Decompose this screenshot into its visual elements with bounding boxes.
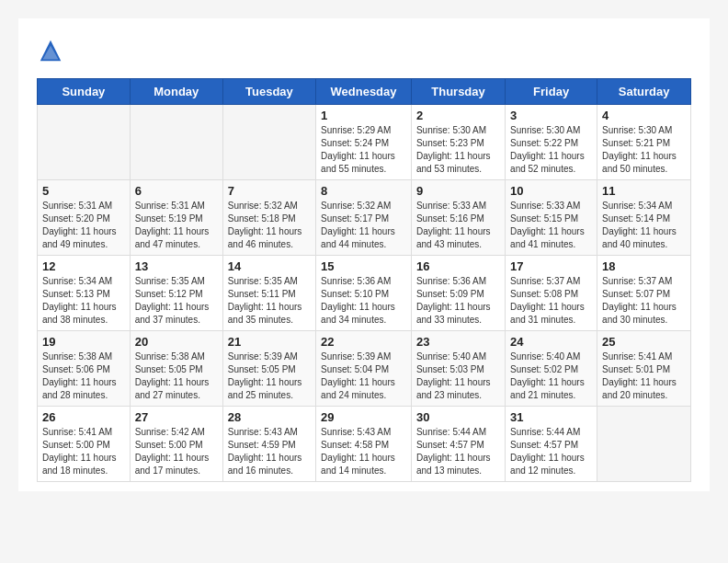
day-number: 20 bbox=[135, 335, 218, 349]
calendar-header: SundayMondayTuesdayWednesdayThursdayFrid… bbox=[38, 79, 691, 105]
day-info: Sunrise: 5:38 AM Sunset: 5:05 PM Dayligh… bbox=[135, 350, 218, 402]
day-number: 16 bbox=[416, 259, 500, 273]
weekday-header: Wednesday bbox=[316, 79, 412, 105]
weekday-header: Friday bbox=[506, 79, 597, 105]
calendar-cell: 22Sunrise: 5:39 AM Sunset: 5:04 PM Dayli… bbox=[316, 331, 412, 407]
calendar-cell: 9Sunrise: 5:33 AM Sunset: 5:16 PM Daylig… bbox=[411, 180, 505, 256]
calendar-week: 1Sunrise: 5:29 AM Sunset: 5:24 PM Daylig… bbox=[38, 105, 691, 180]
day-number: 24 bbox=[510, 335, 592, 349]
day-number: 26 bbox=[42, 410, 125, 424]
day-info: Sunrise: 5:39 AM Sunset: 5:04 PM Dayligh… bbox=[321, 350, 406, 402]
day-number: 6 bbox=[135, 184, 218, 198]
weekday-row: SundayMondayTuesdayWednesdayThursdayFrid… bbox=[38, 79, 691, 105]
day-info: Sunrise: 5:34 AM Sunset: 5:14 PM Dayligh… bbox=[602, 200, 686, 251]
weekday-header: Saturday bbox=[597, 79, 691, 105]
day-number: 31 bbox=[510, 410, 592, 424]
day-number: 15 bbox=[321, 259, 406, 273]
calendar-week: 26Sunrise: 5:41 AM Sunset: 5:00 PM Dayli… bbox=[38, 407, 691, 482]
day-number: 11 bbox=[602, 184, 686, 198]
weekday-header: Monday bbox=[130, 79, 222, 105]
day-number: 5 bbox=[42, 184, 125, 198]
calendar-cell: 18Sunrise: 5:37 AM Sunset: 5:07 PM Dayli… bbox=[597, 256, 691, 331]
day-number: 13 bbox=[135, 259, 218, 273]
day-info: Sunrise: 5:42 AM Sunset: 5:00 PM Dayligh… bbox=[135, 426, 218, 477]
day-number: 28 bbox=[228, 410, 311, 424]
logo-icon bbox=[37, 37, 64, 64]
day-number: 27 bbox=[135, 410, 218, 424]
day-number: 29 bbox=[321, 410, 406, 424]
day-info: Sunrise: 5:37 AM Sunset: 5:07 PM Dayligh… bbox=[602, 275, 686, 327]
calendar-cell: 10Sunrise: 5:33 AM Sunset: 5:15 PM Dayli… bbox=[506, 180, 597, 256]
day-number: 10 bbox=[510, 184, 592, 198]
day-info: Sunrise: 5:30 AM Sunset: 5:22 PM Dayligh… bbox=[510, 124, 592, 176]
day-number: 22 bbox=[321, 335, 406, 349]
calendar-cell bbox=[38, 105, 131, 180]
logo bbox=[37, 37, 68, 64]
day-number: 3 bbox=[510, 109, 592, 122]
calendar-cell: 29Sunrise: 5:43 AM Sunset: 4:58 PM Dayli… bbox=[316, 407, 412, 482]
day-number: 2 bbox=[416, 109, 500, 122]
calendar-week: 12Sunrise: 5:34 AM Sunset: 5:13 PM Dayli… bbox=[38, 256, 691, 331]
day-number: 18 bbox=[602, 259, 686, 273]
calendar-cell: 17Sunrise: 5:37 AM Sunset: 5:08 PM Dayli… bbox=[506, 256, 597, 331]
calendar-cell: 15Sunrise: 5:36 AM Sunset: 5:10 PM Dayli… bbox=[316, 256, 412, 331]
calendar-cell: 25Sunrise: 5:41 AM Sunset: 5:01 PM Dayli… bbox=[597, 331, 691, 407]
day-number: 25 bbox=[602, 335, 686, 349]
day-info: Sunrise: 5:32 AM Sunset: 5:18 PM Dayligh… bbox=[228, 200, 311, 251]
day-number: 19 bbox=[42, 335, 125, 349]
calendar-cell bbox=[130, 105, 222, 180]
day-info: Sunrise: 5:34 AM Sunset: 5:13 PM Dayligh… bbox=[42, 275, 125, 327]
calendar-cell: 2Sunrise: 5:30 AM Sunset: 5:23 PM Daylig… bbox=[411, 105, 505, 180]
calendar-cell bbox=[597, 407, 691, 482]
day-info: Sunrise: 5:44 AM Sunset: 4:57 PM Dayligh… bbox=[416, 426, 500, 477]
day-number: 1 bbox=[321, 109, 406, 122]
calendar-cell: 8Sunrise: 5:32 AM Sunset: 5:17 PM Daylig… bbox=[316, 180, 412, 256]
day-info: Sunrise: 5:35 AM Sunset: 5:11 PM Dayligh… bbox=[228, 275, 311, 327]
page-header bbox=[37, 37, 691, 64]
calendar-cell: 24Sunrise: 5:40 AM Sunset: 5:02 PM Dayli… bbox=[506, 331, 597, 407]
calendar-cell: 14Sunrise: 5:35 AM Sunset: 5:11 PM Dayli… bbox=[222, 256, 315, 331]
day-info: Sunrise: 5:30 AM Sunset: 5:21 PM Dayligh… bbox=[602, 124, 686, 176]
day-number: 23 bbox=[416, 335, 500, 349]
day-info: Sunrise: 5:44 AM Sunset: 4:57 PM Dayligh… bbox=[510, 426, 592, 477]
calendar-cell: 30Sunrise: 5:44 AM Sunset: 4:57 PM Dayli… bbox=[411, 407, 505, 482]
calendar-cell: 6Sunrise: 5:31 AM Sunset: 5:19 PM Daylig… bbox=[130, 180, 222, 256]
day-info: Sunrise: 5:36 AM Sunset: 5:10 PM Dayligh… bbox=[321, 275, 406, 327]
day-info: Sunrise: 5:31 AM Sunset: 5:19 PM Dayligh… bbox=[135, 200, 218, 251]
day-info: Sunrise: 5:31 AM Sunset: 5:20 PM Dayligh… bbox=[42, 200, 125, 251]
day-info: Sunrise: 5:41 AM Sunset: 5:00 PM Dayligh… bbox=[42, 426, 125, 477]
calendar-cell: 4Sunrise: 5:30 AM Sunset: 5:21 PM Daylig… bbox=[597, 105, 691, 180]
day-number: 7 bbox=[228, 184, 311, 198]
day-number: 9 bbox=[416, 184, 500, 198]
day-number: 21 bbox=[228, 335, 311, 349]
day-number: 8 bbox=[321, 184, 406, 198]
day-info: Sunrise: 5:33 AM Sunset: 5:16 PM Dayligh… bbox=[416, 200, 500, 251]
day-info: Sunrise: 5:40 AM Sunset: 5:02 PM Dayligh… bbox=[510, 350, 592, 402]
day-info: Sunrise: 5:40 AM Sunset: 5:03 PM Dayligh… bbox=[416, 350, 500, 402]
calendar-week: 5Sunrise: 5:31 AM Sunset: 5:20 PM Daylig… bbox=[38, 180, 691, 256]
calendar-cell: 19Sunrise: 5:38 AM Sunset: 5:06 PM Dayli… bbox=[38, 331, 131, 407]
day-number: 30 bbox=[416, 410, 500, 424]
day-info: Sunrise: 5:35 AM Sunset: 5:12 PM Dayligh… bbox=[135, 275, 218, 327]
calendar-cell: 12Sunrise: 5:34 AM Sunset: 5:13 PM Dayli… bbox=[38, 256, 131, 331]
calendar-cell: 20Sunrise: 5:38 AM Sunset: 5:05 PM Dayli… bbox=[130, 331, 222, 407]
day-info: Sunrise: 5:33 AM Sunset: 5:15 PM Dayligh… bbox=[510, 200, 592, 251]
day-info: Sunrise: 5:41 AM Sunset: 5:01 PM Dayligh… bbox=[602, 350, 686, 402]
day-info: Sunrise: 5:43 AM Sunset: 4:59 PM Dayligh… bbox=[228, 426, 311, 477]
calendar-cell: 23Sunrise: 5:40 AM Sunset: 5:03 PM Dayli… bbox=[411, 331, 505, 407]
calendar-container: SundayMondayTuesdayWednesdayThursdayFrid… bbox=[18, 18, 710, 491]
day-number: 14 bbox=[228, 259, 311, 273]
calendar-cell: 5Sunrise: 5:31 AM Sunset: 5:20 PM Daylig… bbox=[38, 180, 131, 256]
calendar-cell: 13Sunrise: 5:35 AM Sunset: 5:12 PM Dayli… bbox=[130, 256, 222, 331]
day-info: Sunrise: 5:36 AM Sunset: 5:09 PM Dayligh… bbox=[416, 275, 500, 327]
weekday-header: Thursday bbox=[411, 79, 505, 105]
calendar-cell: 28Sunrise: 5:43 AM Sunset: 4:59 PM Dayli… bbox=[222, 407, 315, 482]
day-number: 17 bbox=[510, 259, 592, 273]
calendar-cell: 16Sunrise: 5:36 AM Sunset: 5:09 PM Dayli… bbox=[411, 256, 505, 331]
day-info: Sunrise: 5:29 AM Sunset: 5:24 PM Dayligh… bbox=[321, 124, 406, 176]
day-info: Sunrise: 5:38 AM Sunset: 5:06 PM Dayligh… bbox=[42, 350, 125, 402]
calendar-cell: 11Sunrise: 5:34 AM Sunset: 5:14 PM Dayli… bbox=[597, 180, 691, 256]
weekday-header: Tuesday bbox=[222, 79, 315, 105]
calendar-cell: 21Sunrise: 5:39 AM Sunset: 5:05 PM Dayli… bbox=[222, 331, 315, 407]
calendar-cell: 3Sunrise: 5:30 AM Sunset: 5:22 PM Daylig… bbox=[506, 105, 597, 180]
